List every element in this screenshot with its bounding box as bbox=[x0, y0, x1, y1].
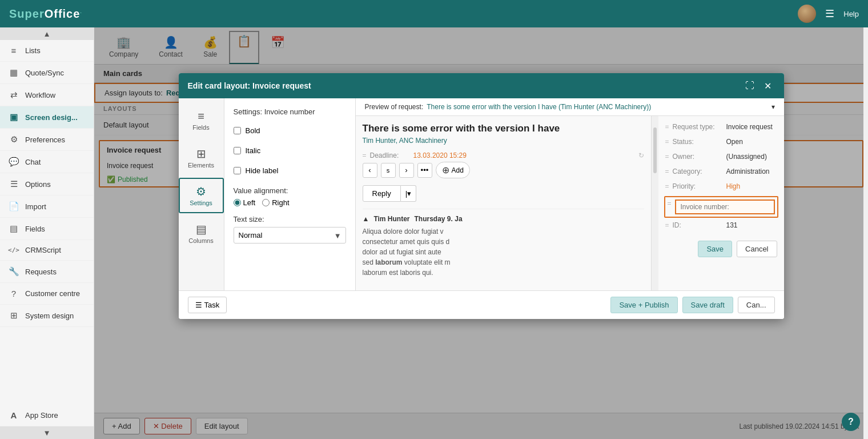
options-icon: ☰ bbox=[8, 179, 19, 189]
field-status: = Status: Open bbox=[665, 138, 777, 148]
close-button[interactable]: ✕ bbox=[761, 79, 775, 93]
message-header: ▲ Tim Hunter Thursday 9. Ja bbox=[363, 215, 644, 223]
sidebar-item-customer-centre[interactable]: ? Customer centre bbox=[0, 283, 94, 305]
cancel-button[interactable]: Cancel bbox=[737, 241, 777, 257]
message-collapse-icon[interactable]: ▲ bbox=[363, 215, 369, 223]
nav-forward-button[interactable]: › bbox=[399, 163, 414, 178]
alignment-right-option[interactable]: Right bbox=[262, 198, 289, 207]
modal-nav-elements[interactable]: ⊞ Elements bbox=[179, 140, 224, 175]
sidebar-scroll-up[interactable]: ▲ bbox=[0, 27, 94, 40]
system-design-icon: ⊞ bbox=[8, 310, 19, 321]
sidebar-item-screen-design[interactable]: ▣ Screen desig... bbox=[0, 106, 94, 129]
modal-body: ≡ Fields ⊞ Elements ⚙ Settings ▤ Columns bbox=[179, 98, 784, 290]
edit-card-layout-modal: Edit card layout: Invoice request ⛶ ✕ ≡ … bbox=[179, 73, 784, 319]
alignment-left-label: Left bbox=[243, 198, 256, 207]
sidebar-item-quote-sync[interactable]: ▦ Quote/Sync bbox=[0, 62, 94, 84]
chat-icon: 💬 bbox=[8, 157, 19, 167]
save-publish-button[interactable]: Save + Publish bbox=[610, 297, 677, 313]
sidebar-label-options: Options bbox=[25, 180, 51, 189]
drag-handle-icon: = bbox=[665, 138, 669, 146]
user-avatar[interactable] bbox=[798, 5, 816, 23]
modal-overlay: Edit card layout: Invoice request ⛶ ✕ ≡ … bbox=[94, 27, 868, 439]
category-label: Category: bbox=[673, 167, 724, 175]
preview-sidebar-actions: Save Cancel bbox=[665, 241, 777, 257]
modal-header: Edit card layout: Invoice request ⛶ ✕ bbox=[179, 73, 784, 98]
preview-header-link[interactable]: There is some error with the version I h… bbox=[427, 103, 651, 111]
maximize-button[interactable]: ⛶ bbox=[743, 79, 757, 93]
text-size-select[interactable]: Normal bbox=[234, 227, 346, 244]
sidebar-label-workflow: Workflow bbox=[25, 91, 55, 99]
modal-nav-fields-label: Fields bbox=[192, 124, 209, 131]
field-request-type: = Request type: Invoice request bbox=[665, 123, 777, 133]
add-item-button[interactable]: ⊕ Add bbox=[436, 162, 470, 178]
italic-checkbox[interactable] bbox=[234, 147, 241, 154]
lists-icon: ≡ bbox=[8, 46, 19, 55]
settings-nav-icon: ⚙ bbox=[196, 185, 206, 198]
nav-item-s[interactable]: s bbox=[381, 163, 396, 178]
drag-handle-icon: = bbox=[665, 123, 669, 131]
preview-subtitle: Tim Hunter, ANC Machinery bbox=[363, 137, 644, 145]
menu-icon[interactable]: ☰ bbox=[825, 7, 834, 20]
field-category: = Category: Administration bbox=[665, 167, 777, 178]
cancel-modal-button[interactable]: Can... bbox=[738, 297, 775, 313]
save-button[interactable]: Save bbox=[698, 241, 732, 257]
reply-button[interactable]: Reply bbox=[363, 185, 401, 202]
sidebar-item-import[interactable]: 📄 Import bbox=[0, 195, 94, 218]
alignment-right-radio[interactable] bbox=[262, 199, 270, 206]
alignment-radio-group: Left Right bbox=[234, 198, 346, 207]
save-draft-button[interactable]: Save draft bbox=[682, 297, 733, 313]
request-type-value: Invoice request bbox=[726, 123, 777, 131]
sidebar-item-preferences[interactable]: ⚙ Preferences bbox=[0, 129, 94, 151]
nav-more-button[interactable]: ••• bbox=[417, 163, 432, 178]
elements-nav-icon: ⊞ bbox=[196, 147, 206, 161]
sidebar-label-import: Import bbox=[25, 202, 46, 211]
bold-checkbox-row: Bold bbox=[234, 126, 346, 135]
help-float-button[interactable]: ? bbox=[842, 413, 860, 431]
sidebar-item-app-store[interactable]: A App Store bbox=[0, 405, 94, 426]
hide-label-checkbox-row: Hide label bbox=[234, 166, 346, 175]
status-value: Open bbox=[726, 138, 777, 146]
task-button[interactable]: ☰ Task bbox=[188, 297, 227, 313]
settings-title: Settings: Invoice number bbox=[234, 107, 346, 116]
hide-label-checkbox[interactable] bbox=[234, 167, 241, 174]
id-label: ID: bbox=[673, 221, 724, 229]
modal-nav-fields[interactable]: ≡ Fields bbox=[179, 103, 224, 138]
italic-checkbox-row: Italic bbox=[234, 146, 346, 155]
drag-handle-icon: = bbox=[665, 221, 669, 229]
alignment-left-option[interactable]: Left bbox=[234, 198, 256, 207]
workflow-icon: ⇄ bbox=[8, 90, 19, 100]
refresh-icon[interactable]: ↻ bbox=[638, 151, 644, 159]
sidebar-scroll-down[interactable]: ▼ bbox=[0, 426, 94, 439]
sidebar-item-requests[interactable]: 🔧 Requests bbox=[0, 261, 94, 283]
sidebar-item-lists[interactable]: ≡ Lists bbox=[0, 40, 94, 62]
sidebar-item-chat[interactable]: 💬 Chat bbox=[0, 151, 94, 173]
deadline-label: Deadline: bbox=[370, 151, 410, 159]
sidebar-label-chat: Chat bbox=[25, 158, 41, 166]
screen-design-icon: ▣ bbox=[8, 112, 19, 122]
invoice-number-input[interactable] bbox=[675, 199, 775, 214]
sidebar-item-crmscript[interactable]: </> CRMScript bbox=[0, 240, 94, 261]
modal-nav-columns[interactable]: ▤ Columns bbox=[179, 215, 224, 251]
drag-handle-icon: = bbox=[665, 153, 669, 161]
help-label[interactable]: Help bbox=[843, 10, 859, 18]
preview-header-chevron-icon[interactable]: ▾ bbox=[771, 103, 775, 111]
sidebar-item-options[interactable]: ☰ Options bbox=[0, 173, 94, 195]
sidebar-label-app-store: App Store bbox=[25, 411, 58, 420]
requests-icon: 🔧 bbox=[8, 266, 19, 277]
sidebar-item-system-design[interactable]: ⊞ System design bbox=[0, 305, 94, 327]
preview-scrollbar[interactable] bbox=[652, 116, 658, 290]
bold-checkbox[interactable] bbox=[234, 127, 241, 134]
reply-dropdown-button[interactable]: |▾ bbox=[401, 185, 416, 202]
preview-content: There is some error with the version I h… bbox=[356, 116, 784, 290]
modal-nav-settings[interactable]: ⚙ Settings bbox=[179, 178, 224, 213]
owner-value: (Unassigned) bbox=[726, 153, 777, 161]
alignment-left-radio[interactable] bbox=[234, 199, 241, 206]
hide-label-label: Hide label bbox=[246, 166, 279, 175]
drag-handle-icon: = bbox=[665, 167, 669, 175]
add-item-label: Add bbox=[452, 166, 464, 174]
sidebar-item-fields[interactable]: ▤ Fields bbox=[0, 218, 94, 240]
topbar-right: ☰ Help bbox=[798, 5, 859, 23]
nav-back-button[interactable]: ‹ bbox=[363, 163, 377, 178]
sidebar-item-workflow[interactable]: ⇄ Workflow bbox=[0, 84, 94, 106]
add-icon: ⊕ bbox=[442, 165, 449, 175]
